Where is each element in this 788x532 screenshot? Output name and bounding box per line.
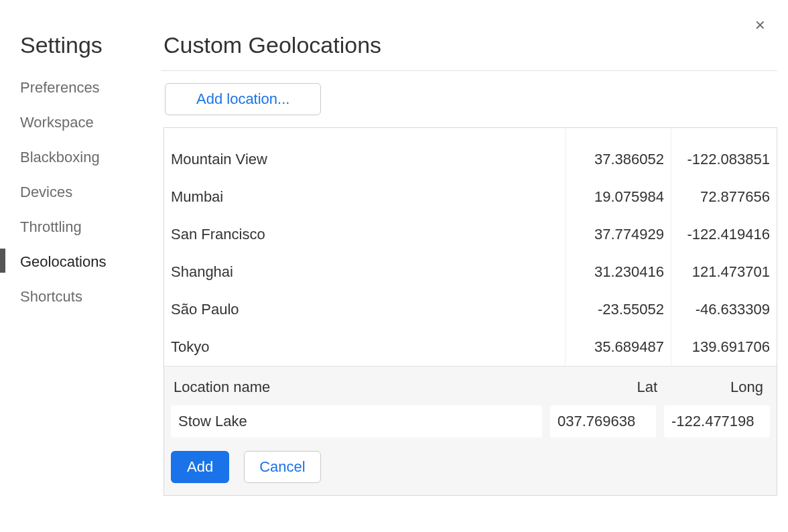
cell-long: 139.691706 [671, 328, 777, 366]
cell-long: 121.473701 [671, 253, 777, 291]
geolocations-panel: Custom Geolocations Add location... Mosc… [161, 13, 777, 496]
cell-lat: 31.230416 [565, 253, 671, 291]
cell-lat: 19.075984 [565, 178, 671, 216]
table-row[interactable]: Mountain View37.386052-122.083851 [164, 141, 777, 178]
cell-name: Tokyo [164, 328, 565, 366]
cell-long: 37.6173 [671, 128, 777, 141]
cell-long: 72.877656 [671, 178, 777, 216]
cell-name: San Francisco [164, 216, 565, 253]
table-row[interactable]: Moscow55.75582637.6173 [164, 128, 777, 141]
column-header-long: Long [664, 379, 770, 396]
cell-long: -46.633309 [671, 291, 777, 328]
cell-long: -122.419416 [671, 216, 777, 253]
table-row[interactable]: Tokyo35.689487139.691706 [164, 328, 777, 366]
cell-name: Mountain View [164, 141, 565, 178]
sidebar-item-workspace[interactable]: Workspace [20, 105, 161, 140]
table-row[interactable]: Shanghai31.230416121.473701 [164, 253, 777, 291]
settings-sidebar: Settings PreferencesWorkspaceBlackboxing… [20, 13, 161, 314]
sidebar-item-blackboxing[interactable]: Blackboxing [20, 140, 161, 175]
cell-name: Mumbai [164, 178, 565, 216]
page-title: Custom Geolocations [163, 32, 777, 58]
add-location-form: Location name Lat Long Add Cancel [164, 366, 777, 495]
cell-lat: 55.755826 [565, 128, 671, 141]
sidebar-item-shortcuts[interactable]: Shortcuts [20, 279, 161, 314]
long-input[interactable] [664, 405, 770, 438]
table-row[interactable]: São Paulo-23.55052-46.633309 [164, 291, 777, 328]
column-header-lat: Lat [558, 379, 664, 396]
table-row[interactable]: Mumbai19.07598472.877656 [164, 178, 777, 216]
column-header-name: Location name [171, 379, 558, 396]
close-icon[interactable]: × [752, 13, 768, 36]
cell-lat: 37.386052 [565, 141, 671, 178]
add-location-button[interactable]: Add location... [165, 83, 321, 115]
sidebar-item-preferences[interactable]: Preferences [20, 70, 161, 105]
settings-title: Settings [20, 32, 161, 58]
cell-lat: -23.55052 [565, 291, 671, 328]
table-row[interactable]: San Francisco37.774929-122.419416 [164, 216, 777, 253]
add-button[interactable]: Add [171, 451, 229, 483]
divider [161, 70, 777, 71]
cancel-button[interactable]: Cancel [244, 451, 320, 483]
lat-input[interactable] [550, 405, 656, 438]
locations-table: Moscow55.75582637.6173Mountain View37.38… [163, 127, 777, 496]
cell-name: São Paulo [164, 291, 565, 328]
cell-long: -122.083851 [671, 141, 777, 178]
cell-name: Shanghai [164, 253, 565, 291]
cell-lat: 35.689487 [565, 328, 671, 366]
cell-lat: 37.774929 [565, 216, 671, 253]
sidebar-item-devices[interactable]: Devices [20, 175, 161, 210]
cell-name: Moscow [164, 128, 565, 141]
sidebar-item-throttling[interactable]: Throttling [20, 210, 161, 245]
location-name-input[interactable] [171, 405, 542, 438]
sidebar-item-geolocations[interactable]: Geolocations [20, 245, 161, 279]
